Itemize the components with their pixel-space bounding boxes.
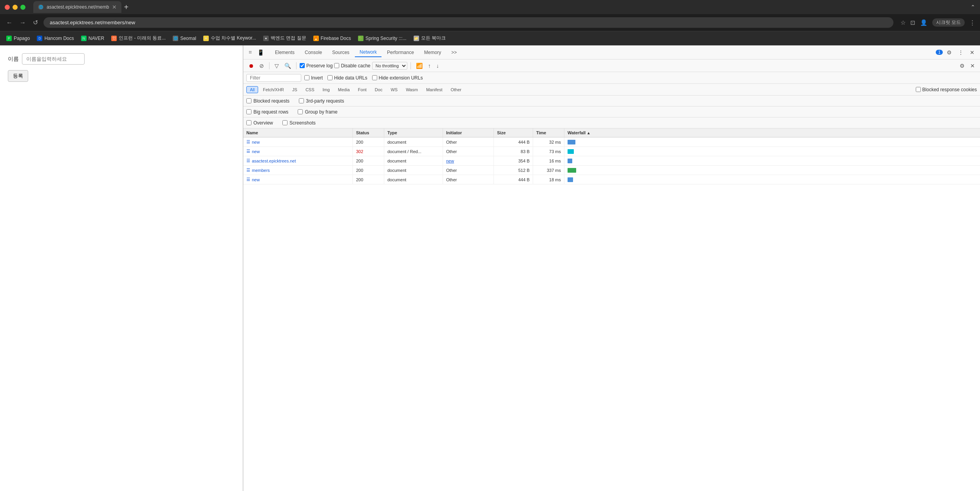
devtools-more-icon[interactable]: ⋮ <box>956 48 966 57</box>
disable-cache-checkbox[interactable] <box>334 63 339 68</box>
bookmark-naver[interactable]: NNAVER <box>78 34 107 43</box>
inspect-element-icon[interactable]: ⌗ <box>246 47 254 57</box>
table-row[interactable]: ☰ new 302 document / Red... Other 83 B 7… <box>243 147 980 156</box>
network-toolbar: ⏺ ⊘ ▽ 🔍 Preserve log Disable cache No th… <box>243 60 980 72</box>
register-button[interactable]: 등록 <box>8 70 28 82</box>
star-icon[interactable]: ☆ <box>900 19 906 26</box>
bookmark-inplearn[interactable]: 인인프런 - 미래의 동료... <box>108 33 169 43</box>
third-party-check[interactable]: 3rd-party requests <box>299 98 344 104</box>
devtools-close-icon[interactable]: ✕ <box>967 48 977 57</box>
type-btn-all[interactable]: All <box>246 86 258 93</box>
screenshots-check[interactable]: Screenshots <box>282 120 316 126</box>
disable-cache-label: Disable cache <box>341 63 370 69</box>
name-input[interactable] <box>22 53 85 65</box>
th-waterfall[interactable]: Waterfall <box>564 128 980 137</box>
tab-more[interactable]: >> <box>447 48 461 57</box>
collapse-icon[interactable]: ⌃ <box>971 4 975 10</box>
initiator-link-row3[interactable]: new <box>446 159 454 163</box>
table-row[interactable]: ☰ new 200 document Other 444 B 32 ms <box>243 137 980 147</box>
table-row[interactable]: ☰ asactest.epicktrees.net 200 document n… <box>243 156 980 166</box>
close-button[interactable] <box>5 5 10 10</box>
record-button[interactable]: ⏺ <box>246 61 256 70</box>
tab-sync-icon[interactable]: ⊡ <box>910 19 915 26</box>
active-tab[interactable]: 🌐 asactest.epicktrees.net/memb ✕ <box>33 1 121 13</box>
option-group-left-2: Big request rows Group by frame <box>246 109 338 115</box>
forward-button[interactable]: → <box>18 18 27 28</box>
td-name-row4: ☰ members <box>243 166 353 175</box>
main-layout: 이름 등록 ⌗ 📱 ElementsConsoleSourcesNetworkP… <box>0 45 980 491</box>
type-btn-doc[interactable]: Doc <box>371 86 386 93</box>
table-body: ☰ new 200 document Other 444 B 32 ms ☰ n… <box>243 137 980 184</box>
devtools-network-close-icon[interactable]: ✕ <box>968 61 977 70</box>
url-input[interactable] <box>43 17 893 28</box>
throttle-select[interactable]: No throttling <box>372 62 407 70</box>
type-btn-font[interactable]: Font <box>354 86 370 93</box>
tab-network[interactable]: Network <box>355 48 382 57</box>
bookmark-firebase[interactable]: 🔥Firebase Docs <box>310 34 354 43</box>
minimize-button[interactable] <box>13 5 18 10</box>
th-time[interactable]: Time <box>533 128 564 137</box>
td-status-row3: 200 <box>353 156 384 165</box>
type-btn-other[interactable]: Other <box>447 86 465 93</box>
reload-button[interactable]: ↺ <box>31 17 40 28</box>
hide-ext-check[interactable]: Hide extension URLs <box>372 75 423 81</box>
type-btn-ws[interactable]: WS <box>387 86 401 93</box>
bookmark-icon-bookmarks_folder: 📁 <box>414 36 419 41</box>
th-initiator[interactable]: Initiator <box>443 128 494 137</box>
search-icon[interactable]: 🔍 <box>282 61 293 70</box>
filter-icon[interactable]: ▽ <box>273 61 281 70</box>
bookmark-hancom[interactable]: DHancom Docs <box>34 34 77 43</box>
bookmark-papago[interactable]: PPapago <box>3 34 33 43</box>
type-btn-media[interactable]: Media <box>335 86 353 93</box>
bookmark-interview[interactable]: ●백엔드 면접 질문 <box>260 33 309 43</box>
disable-cache-option: Disable cache <box>334 63 370 69</box>
hide-data-check[interactable]: Hide data URLs <box>327 75 367 81</box>
blocked-response-cookies-check[interactable]: Blocked response cookies <box>916 87 977 92</box>
type-filter-right: Blocked response cookies <box>916 87 977 92</box>
td-initiator-row3: new <box>443 156 494 165</box>
type-btn-wasm[interactable]: Wasm <box>402 86 421 93</box>
bookmark-keywords[interactable]: ✦수업 차수별 Keywor... <box>200 33 259 43</box>
new-tab-button[interactable]: + <box>124 3 128 12</box>
th-status[interactable]: Status <box>353 128 384 137</box>
device-mode-icon[interactable]: 📱 <box>255 48 266 57</box>
filter-input[interactable] <box>246 74 301 82</box>
table-row[interactable]: ☰ members 200 document Other 512 B 337 m… <box>243 166 980 175</box>
bookmark-bookmarks_folder[interactable]: 📁모든 북마크 <box>410 33 449 43</box>
console-badge: 1 <box>936 50 943 55</box>
type-btn-fetch-xhr[interactable]: Fetch/XHR <box>259 86 287 93</box>
bookmark-seomal[interactable]: 🌐Seomal <box>170 34 199 43</box>
invert-check[interactable]: Invert <box>304 75 323 81</box>
overview-check[interactable]: Overview <box>246 120 273 126</box>
tab-memory[interactable]: Memory <box>419 48 446 57</box>
bookmark-spring[interactable]: 🟢Spring Security :::... <box>355 34 410 43</box>
th-size[interactable]: Size <box>494 128 533 137</box>
preserve-log-checkbox[interactable] <box>300 63 305 68</box>
profile-icon[interactable]: 👤 <box>920 19 928 26</box>
big-rows-check[interactable]: Big request rows <box>246 109 288 115</box>
type-btn-img[interactable]: Img <box>319 86 333 93</box>
group-by-frame-check[interactable]: Group by frame <box>298 109 337 115</box>
blocked-requests-check[interactable]: Blocked requests <box>246 98 289 104</box>
type-btn-js[interactable]: JS <box>289 86 301 93</box>
devtools-network-settings-icon[interactable]: ⚙ <box>958 61 967 70</box>
devtools-settings-icon[interactable]: ⚙ <box>944 48 954 57</box>
th-name[interactable]: Name <box>243 128 353 137</box>
clear-button[interactable]: ⊘ <box>257 61 266 70</box>
table-row[interactable]: ☰ new 200 document Other 444 B 18 ms <box>243 175 980 184</box>
tab-close-button[interactable]: ✕ <box>112 4 117 10</box>
tab-console[interactable]: Console <box>300 48 327 57</box>
menu-icon[interactable]: ⋮ <box>969 19 975 26</box>
upload-icon[interactable]: ↑ <box>426 61 433 70</box>
tab-elements[interactable]: Elements <box>270 48 299 57</box>
back-button[interactable]: ← <box>5 18 14 28</box>
maximize-button[interactable] <box>20 5 25 10</box>
td-initiator-row2: Other <box>443 147 494 156</box>
tab-performance[interactable]: Performance <box>382 48 419 57</box>
th-type[interactable]: Type <box>384 128 443 137</box>
type-btn-manifest[interactable]: Manifest <box>423 86 446 93</box>
tab-sources[interactable]: Sources <box>327 48 354 57</box>
type-btn-css[interactable]: CSS <box>302 86 318 93</box>
download-icon[interactable]: ↓ <box>434 61 441 70</box>
wifi-icon[interactable]: 📶 <box>414 61 425 70</box>
